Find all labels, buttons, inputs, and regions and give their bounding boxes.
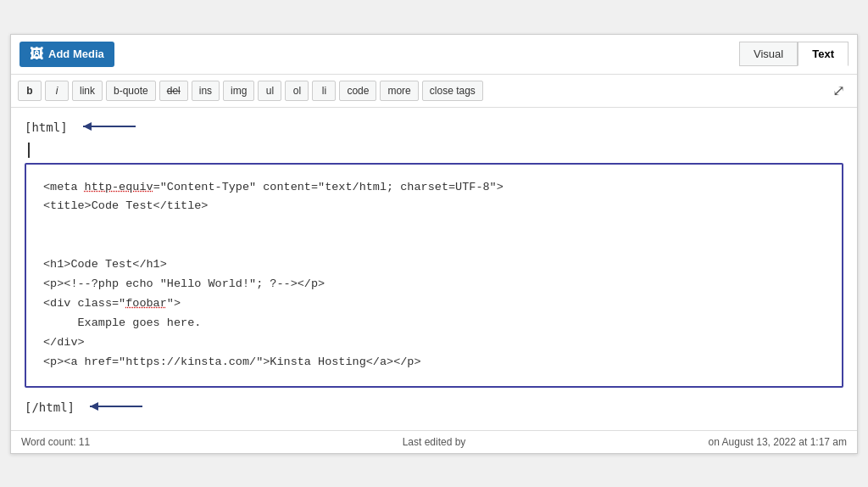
code-line-6: <p><!--?php echo "Hello World!"; ?--></p… — [43, 275, 825, 294]
word-count-text: Word count: 11 — [21, 436, 90, 448]
code-line-8: Example goes here. — [43, 314, 825, 333]
code-line-5: <h1>Code Test</h1> — [43, 255, 825, 275]
top-bar: 🖼 Add Media Visual Text — [11, 35, 857, 75]
svg-marker-1 — [83, 122, 92, 131]
code-line-7: <div class="foobar"> — [43, 294, 825, 314]
toolbar-ins-button[interactable]: ins — [192, 81, 220, 101]
fullscreen-button[interactable]: ⤢ — [827, 80, 850, 102]
close-tag-text: [/html] — [25, 400, 75, 414]
last-edited-label: Last edited by — [403, 436, 466, 448]
code-box[interactable]: <meta http-equiv="Content-Type" content=… — [25, 163, 843, 388]
toolbar-link-button[interactable]: link — [72, 81, 103, 101]
open-html-tag: [html] — [25, 118, 843, 137]
add-media-label: Add Media — [48, 48, 104, 60]
last-edited-date-text: on August 13, 2022 at 1:17 am — [709, 436, 847, 448]
toolbar-code-button[interactable]: code — [339, 81, 376, 101]
view-tabs: Visual Text — [739, 42, 849, 66]
tab-text[interactable]: Text — [798, 42, 849, 66]
tab-visual[interactable]: Visual — [739, 42, 798, 66]
editor-area[interactable]: [html] <meta http-equiv="Content-Type" c… — [11, 108, 857, 430]
open-tag-text: [html] — [25, 120, 68, 134]
status-bar: Word count: 11 Last edited by on August … — [11, 430, 857, 453]
code-line-2: <title>Code Test</title> — [43, 197, 825, 216]
editor-container: 🖼 Add Media Visual Text b i link b-quote… — [10, 34, 858, 454]
toolbar-close-tags-button[interactable]: close tags — [422, 81, 483, 101]
code-line-4 — [43, 236, 825, 255]
toolbar-img-button[interactable]: img — [223, 81, 254, 101]
close-tag-arrow — [81, 398, 149, 417]
toolbar-bold-button[interactable]: b — [18, 81, 42, 101]
open-tag-arrow — [75, 118, 142, 137]
last-edited: Last edited by — [297, 436, 572, 448]
close-html-tag: [/html] — [25, 398, 843, 417]
cursor — [28, 143, 30, 158]
toolbar-li-button[interactable]: li — [312, 81, 336, 101]
svg-marker-3 — [90, 402, 98, 411]
toolbar: b i link b-quote del ins img ul ol li co… — [11, 75, 857, 108]
add-media-icon: 🖼 — [30, 47, 43, 62]
toolbar-ol-button[interactable]: ol — [285, 81, 309, 101]
code-line-10: <p><a href="https://kinsta.com/">Kinsta … — [43, 353, 825, 372]
toolbar-del-button[interactable]: del — [159, 81, 188, 101]
code-line-3 — [43, 216, 825, 236]
code-line-9: </div> — [43, 333, 825, 353]
toolbar-bquote-button[interactable]: b-quote — [106, 81, 156, 101]
last-edited-date: on August 13, 2022 at 1:17 am — [571, 436, 847, 448]
code-line-1: <meta http-equiv="Content-Type" content=… — [43, 178, 825, 198]
toolbar-italic-button[interactable]: i — [45, 81, 69, 101]
toolbar-ul-button[interactable]: ul — [258, 81, 281, 101]
toolbar-more-button[interactable]: more — [380, 81, 418, 101]
word-count: Word count: 11 — [21, 436, 297, 448]
add-media-button[interactable]: 🖼 Add Media — [19, 42, 114, 67]
